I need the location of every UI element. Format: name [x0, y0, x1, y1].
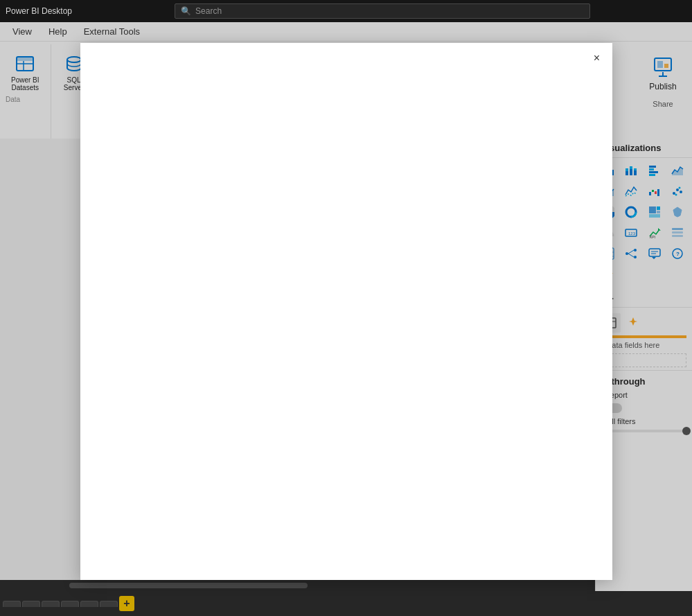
modal-close-button[interactable]: × [589, 50, 605, 67]
modal-dialog: × [80, 43, 612, 580]
modal-overlay: × [0, 0, 692, 616]
